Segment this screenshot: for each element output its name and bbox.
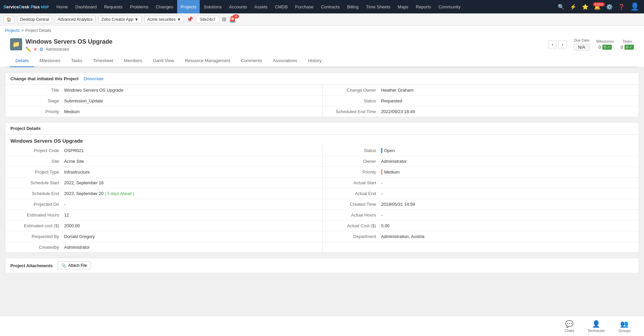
estimated-cost-value: 2000.00 xyxy=(64,223,317,228)
nav-community[interactable]: Community xyxy=(435,0,464,13)
nav-accounts[interactable]: Accounts xyxy=(226,0,250,13)
breadcrumb-projects-link[interactable]: Projects xyxy=(5,28,19,33)
tab-associations[interactable]: Associations xyxy=(267,55,303,67)
tasks-block: Tasks 0 0 ✓ xyxy=(621,39,634,50)
nav-purchase[interactable]: Purchase xyxy=(292,0,317,13)
project-details-header: Project Details xyxy=(5,123,639,135)
advanced-analytics-label: Advanced Analytics xyxy=(58,17,93,22)
delete-icon[interactable]: ✕ xyxy=(33,47,37,52)
dropdown-icon: ▼ xyxy=(135,17,139,22)
nav-timesheets[interactable]: Time Sheets xyxy=(363,0,394,13)
notification-bell[interactable]: 🔔 61203 xyxy=(593,4,602,10)
actual-hours-row: Actual Hours - xyxy=(323,210,639,221)
due-date-block: Due Date N/A xyxy=(574,38,590,51)
prev-arrow-btn[interactable]: ‹ xyxy=(548,40,557,49)
empty-row xyxy=(323,242,639,247)
nav-maps[interactable]: Maps xyxy=(394,0,412,13)
nav-problems[interactable]: Problems xyxy=(127,0,152,13)
project-title: Windows Servers OS Upgrade xyxy=(26,38,112,45)
tab-resource-management[interactable]: Resource Management xyxy=(180,55,236,67)
estimated-cost-row: Estimated cost ($) 2000.00 xyxy=(5,221,322,231)
lightning-icon[interactable]: ⚡ xyxy=(568,2,578,11)
milestones-label: Milestones xyxy=(596,39,614,43)
change-stage-row: Stage Submission_Update xyxy=(5,96,322,106)
schedule-start-row: Schedule Start 2022, September 16 xyxy=(5,178,322,188)
project-type-row: Project Type Infrastructure xyxy=(5,167,322,178)
settings-icon[interactable]: ⚙️ xyxy=(605,2,614,11)
advanced-analytics-btn[interactable]: Advanced Analytics xyxy=(55,16,96,23)
project-priority-label: Priority xyxy=(328,170,381,175)
due-date-value: N/A xyxy=(574,44,590,51)
created-by-row: Createdby Administrator xyxy=(5,242,322,252)
zoho-creator-btn[interactable]: Zoho Creator App ▼ xyxy=(98,16,142,23)
tab-details[interactable]: Details xyxy=(10,55,34,67)
nav-billing[interactable]: Billing xyxy=(344,0,362,13)
tab-timesheet[interactable]: Timesheet xyxy=(88,55,118,67)
nav-assets[interactable]: Assets xyxy=(251,0,271,13)
tab-history[interactable]: History xyxy=(303,55,327,67)
due-date-label: Due Date xyxy=(574,38,590,42)
nav-changes[interactable]: Changes xyxy=(152,0,177,13)
created-time-row: Created Time 2019/05/31 14:59 xyxy=(323,199,639,210)
nav-requests[interactable]: Requests xyxy=(101,0,126,13)
tab-milestones[interactable]: Milestones xyxy=(34,55,66,67)
change-owner-value: Heather Graham xyxy=(381,88,634,93)
tab-comments[interactable]: Comments xyxy=(236,55,267,67)
settings-gear-icon[interactable]: ⚙ xyxy=(39,47,44,52)
milestones-check-badge: 0 ✓ xyxy=(602,45,612,50)
brand-name: ServiceDesk Plus MSP xyxy=(3,4,49,9)
tasks-label: Tasks xyxy=(621,39,634,43)
desktop-central-btn[interactable]: Desktop Central xyxy=(17,16,52,23)
project-owner-row: Owner Administrator xyxy=(323,156,639,167)
change-status-value: Requested xyxy=(381,98,634,103)
nav-contracts[interactable]: Contracts xyxy=(317,0,343,13)
actual-start-row: Actual Start - xyxy=(323,178,639,188)
change-section: Change that initiated this Project Disso… xyxy=(5,73,639,117)
tasks-count: 0 xyxy=(621,45,623,50)
nav-projects[interactable]: Projects xyxy=(177,0,200,13)
dissociate-link[interactable]: Dissociate xyxy=(84,76,104,81)
search-icon[interactable]: 🔍 xyxy=(556,2,566,11)
nav-home[interactable]: Home xyxy=(53,0,71,13)
change-priority-value: Medium xyxy=(64,109,317,114)
estimated-cost-label: Estimated cost ($) xyxy=(10,223,64,228)
user-avatar[interactable]: 👤 xyxy=(629,1,641,12)
next-arrow-btn[interactable]: › xyxy=(558,40,567,49)
site-badge[interactable]: Site24x7 xyxy=(196,16,219,23)
edit-icon[interactable]: ✏️ xyxy=(26,47,31,52)
tab-members[interactable]: Members xyxy=(118,55,147,67)
grid-icon[interactable]: ⊞ xyxy=(222,16,226,22)
acme-securities-btn[interactable]: Acme securities ▼ xyxy=(144,16,184,23)
schedule-start-label: Schedule Start xyxy=(10,180,64,185)
admin-label: Administrator xyxy=(46,47,69,52)
attach-file-btn[interactable]: 📎 Attach File xyxy=(58,261,91,270)
change-title-label: Title xyxy=(10,88,64,93)
project-status-label: Status xyxy=(328,148,381,153)
schedule-end-value: 2022, September 20 ( 5 days Ahead ) xyxy=(64,191,317,196)
project-site-label: Site xyxy=(10,159,64,164)
nav-reports[interactable]: Reports xyxy=(412,0,435,13)
department-row: Department Administration, Austria xyxy=(323,231,639,242)
alarm-icon[interactable]: 🚨 35 xyxy=(229,16,236,23)
project-code-label: Project Code xyxy=(10,148,64,153)
change-scheduled-end-row: Scheduled End Time 2022/09/23 18:49 xyxy=(323,106,639,117)
star-icon[interactable]: ⭐ xyxy=(581,2,590,11)
bookmark-icon[interactable]: 📌 xyxy=(187,16,193,22)
tab-tasks[interactable]: Tasks xyxy=(66,55,88,67)
help-icon[interactable]: ❓ xyxy=(617,2,626,11)
project-status-value: Open xyxy=(381,148,634,153)
zoho-creator-label: Zoho Creator App xyxy=(101,17,133,22)
tab-gantt-view[interactable]: Gantt View xyxy=(148,55,180,67)
desktop-central-label: Desktop Central xyxy=(20,17,49,22)
project-code-row: Project Code OSPR021 xyxy=(5,145,322,156)
schedule-start-value: 2022, September 16 xyxy=(64,180,317,185)
change-scheduled-end-label: Scheduled End Time xyxy=(328,109,381,114)
project-name-row: Windows Servers OS Upgrade xyxy=(5,135,639,145)
requested-by-value: Donald Gregory xyxy=(64,234,317,239)
toolbar-home-btn[interactable]: 🏠 xyxy=(3,16,14,23)
project-title-block: Windows Servers OS Upgrade ✏️ ✕ ⚙ Admini… xyxy=(26,38,112,52)
nav-dashboard[interactable]: Dashboard xyxy=(72,0,100,13)
nav-solutions[interactable]: Solutions xyxy=(200,0,225,13)
nav-cmdb[interactable]: CMDB xyxy=(271,0,291,13)
project-name: Windows Servers OS Upgrade xyxy=(10,138,83,144)
